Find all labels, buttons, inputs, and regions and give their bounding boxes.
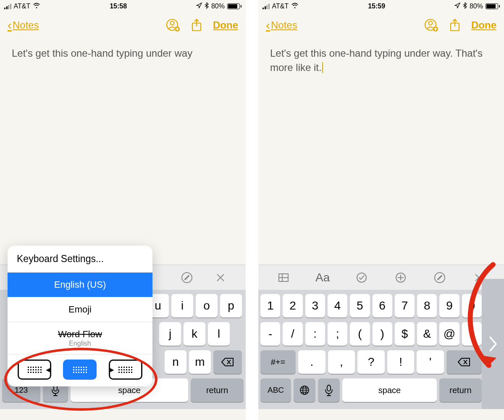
key-sym-1[interactable]: / xyxy=(283,322,302,346)
key-sym-0[interactable]: - xyxy=(260,322,280,346)
done-button[interactable]: Done xyxy=(213,19,238,31)
key-sym-8[interactable]: @ xyxy=(439,322,459,346)
globe-key[interactable] xyxy=(294,378,315,402)
checklist-icon[interactable] xyxy=(353,269,370,286)
share-person-button[interactable] xyxy=(166,18,180,32)
done-button[interactable]: Done xyxy=(471,19,496,31)
location-icon xyxy=(196,3,202,10)
svg-rect-16 xyxy=(327,385,331,391)
svg-point-1 xyxy=(171,21,174,25)
keyboard: 1234567890 -/:;()$&@" #+= . , ? ! ' ABC xyxy=(258,290,482,409)
key-sym-3[interactable]: ; xyxy=(328,322,347,346)
wifi-icon xyxy=(291,3,299,10)
keyboard-english-item[interactable]: English (US) xyxy=(8,273,152,297)
keyboard-right-layout-button[interactable]: ▶ xyxy=(109,360,142,380)
add-icon[interactable] xyxy=(392,269,409,286)
bluetooth-icon xyxy=(463,2,467,10)
key-exclaim[interactable]: ! xyxy=(387,350,415,374)
carrier-label: AT&T xyxy=(14,3,31,10)
wifi-icon xyxy=(33,3,40,10)
keyboard-container: 1234567890 -/:;()$&@" #+= . , ? ! ' ABC xyxy=(258,290,504,409)
mic-key[interactable] xyxy=(318,378,340,402)
phone-screenshot-left: AT&T 15:58 80% ‹Notes Done xyxy=(0,0,246,420)
key-period[interactable]: . xyxy=(298,350,326,374)
key-sym-9[interactable]: " xyxy=(462,322,482,346)
key-l[interactable]: l xyxy=(208,322,230,346)
back-label: Notes xyxy=(271,19,297,31)
key-6[interactable]: 6 xyxy=(373,294,392,318)
bluetooth-icon xyxy=(205,2,209,10)
svg-point-11 xyxy=(357,273,366,282)
status-bar: AT&T 15:58 80% xyxy=(0,0,246,13)
clock: 15:58 xyxy=(110,3,127,10)
share-button[interactable] xyxy=(448,18,462,32)
battery-percent: 80% xyxy=(211,3,225,10)
handwriting-icon[interactable] xyxy=(431,269,448,286)
key-0[interactable]: 0 xyxy=(462,294,482,318)
battery-icon xyxy=(227,3,242,9)
space-key[interactable]: space xyxy=(342,378,437,402)
key-4[interactable]: 4 xyxy=(328,294,347,318)
status-bar: AT&T 15:59 80% xyxy=(258,0,504,13)
table-icon[interactable] xyxy=(275,269,292,286)
keyboard-settings-item[interactable]: Keyboard Settings... xyxy=(8,246,152,273)
key-j[interactable]: j xyxy=(159,322,181,346)
key-3[interactable]: 3 xyxy=(305,294,325,318)
wordflow-label: Word Flow xyxy=(58,329,102,339)
key-o[interactable]: o xyxy=(196,294,218,318)
battery-percent: 80% xyxy=(470,3,483,10)
format-text-button[interactable]: Aa xyxy=(314,269,331,286)
close-toolbar-button[interactable] xyxy=(212,269,229,286)
key-sym-7[interactable]: & xyxy=(417,322,437,346)
cellular-signal-icon xyxy=(262,3,270,9)
abc-key[interactable]: ABC xyxy=(260,378,291,402)
return-key[interactable]: return xyxy=(439,378,482,402)
return-key[interactable]: return xyxy=(191,378,244,402)
key-comma[interactable]: , xyxy=(328,350,355,374)
keyboard-center-layout-button[interactable] xyxy=(63,360,97,380)
key-2[interactable]: 2 xyxy=(283,294,302,318)
key-sym-5[interactable]: ) xyxy=(373,322,392,346)
svg-point-7 xyxy=(429,21,433,25)
share-button[interactable] xyxy=(189,18,204,32)
key-question[interactable]: ? xyxy=(357,350,385,374)
carrier-label: AT&T xyxy=(272,3,289,10)
key-k[interactable]: k xyxy=(184,322,205,346)
key-sym-4[interactable]: ( xyxy=(350,322,370,346)
keyboard-toolbar: Aa xyxy=(258,265,504,290)
keyboard-menu-popup: Keyboard Settings... English (US) Emoji … xyxy=(8,246,152,386)
cellular-signal-icon xyxy=(4,3,11,9)
backspace-key[interactable] xyxy=(446,350,482,374)
key-sym-6[interactable]: $ xyxy=(395,322,415,346)
note-content[interactable]: Let's get this one-hand typing under way… xyxy=(258,38,504,265)
key-i[interactable]: i xyxy=(171,294,193,318)
phone-screenshot-right: AT&T 15:59 80% ‹Notes Done xyxy=(258,0,504,420)
keyboard-emoji-item[interactable]: Emoji xyxy=(8,297,152,322)
keyboard-wordflow-item[interactable]: Word Flow English xyxy=(8,322,152,354)
back-button[interactable]: ‹Notes xyxy=(8,18,39,32)
key-7[interactable]: 7 xyxy=(395,294,415,318)
key-9[interactable]: 9 xyxy=(439,294,459,318)
keyboard-left-layout-button[interactable]: ◀ xyxy=(18,360,51,380)
back-button[interactable]: ‹Notes xyxy=(266,18,297,32)
key-n[interactable]: n xyxy=(165,350,186,374)
nav-bar: ‹Notes Done xyxy=(258,13,504,38)
expand-keyboard-button[interactable] xyxy=(482,279,504,409)
key-apostrophe[interactable]: ' xyxy=(417,350,444,374)
handwriting-icon[interactable] xyxy=(178,269,195,286)
backspace-key[interactable] xyxy=(213,350,242,374)
key-8[interactable]: 8 xyxy=(417,294,437,318)
back-label: Notes xyxy=(13,19,39,31)
note-text: Let's get this one-hand typing under way… xyxy=(270,47,483,73)
key-p[interactable]: p xyxy=(220,294,242,318)
share-person-button[interactable] xyxy=(424,18,438,32)
key-sym-2[interactable]: : xyxy=(305,322,325,346)
symbols-key[interactable]: #+= xyxy=(260,350,296,374)
note-content[interactable]: Let's get this one-hand typing under way xyxy=(0,38,246,265)
note-text: Let's get this one-hand typing under way xyxy=(12,47,192,59)
battery-icon xyxy=(486,3,500,9)
key-m[interactable]: m xyxy=(189,350,211,374)
key-5[interactable]: 5 xyxy=(350,294,370,318)
location-icon xyxy=(454,3,460,10)
key-1[interactable]: 1 xyxy=(260,294,280,318)
